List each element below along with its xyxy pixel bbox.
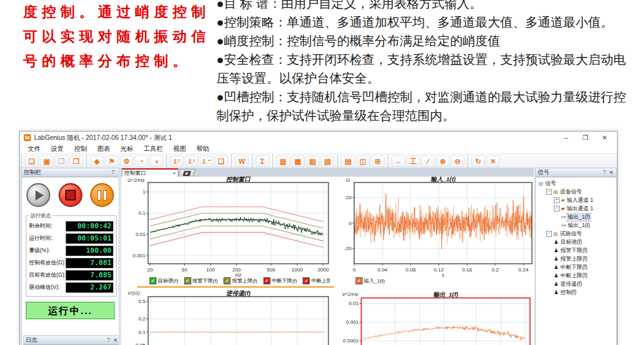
legend-checkbox-4[interactable]: ✓ (303, 277, 310, 284)
tree-expander-icon[interactable]: + (554, 197, 560, 203)
pin-icon[interactable]: ⊤ (106, 337, 112, 343)
red-text-line-0: 度控制。通过峭度控制 (23, 0, 219, 25)
tab-close-icon[interactable]: × (173, 170, 176, 176)
word-export-button[interactable]: W (235, 155, 249, 167)
svg-text:逆传递(f): 逆传递(f) (225, 290, 251, 297)
svg-text:V/(G): V/(G) (128, 290, 140, 296)
tree-expander-icon[interactable]: − (546, 189, 552, 195)
settings-gear-icon: ⚙ (124, 157, 130, 165)
menu-item-settings[interactable]: 设置 (46, 144, 69, 153)
run-status-label: 运行状态 (29, 212, 52, 219)
bar-graph-1-button[interactable]: ▥ (276, 155, 290, 167)
test-signal-icon: ♟ (554, 248, 558, 253)
tree-item-4[interactable]: ↦输出_1(f) (536, 213, 616, 221)
tree-item-9[interactable]: ♟报警上限(f) (536, 255, 616, 263)
tree-item-5[interactable]: ↦输出_1(t) (536, 221, 616, 230)
menu-item-chart[interactable]: 图表 (92, 144, 115, 153)
pin-icon[interactable]: ⊤ (110, 170, 117, 175)
settings-gear-button[interactable]: ⚙ (120, 155, 133, 167)
legend-item-0: ✓目标谱(f) (149, 277, 178, 284)
legend-checkbox-1[interactable]: ✓ (184, 277, 191, 284)
cursor-horizontal-button[interactable]: ↔ (392, 155, 405, 167)
tree-item-12[interactable]: ♟逆传递(f) (536, 280, 616, 288)
menu-item-control[interactable]: 控制 (69, 144, 92, 153)
menu-item-cursor[interactable]: 光标 (115, 144, 138, 153)
dial-button[interactable]: ◔ (135, 155, 148, 167)
new-file-button[interactable]: ❏ (25, 155, 39, 167)
tree-item-10[interactable]: ♟中断下限(f) (536, 263, 616, 271)
tree-item-13[interactable]: ♟控制(f) (536, 288, 616, 297)
l1-norm-icon: L¹ (188, 157, 194, 165)
tree-item-6[interactable]: −▦试验信号 (536, 230, 616, 238)
bar-graph-2-button[interactable]: ▦ (291, 155, 305, 167)
tab-snapshot[interactable] (178, 169, 196, 177)
menu-item-toolbars[interactable]: 工具栏 (138, 144, 168, 153)
screenshot-root: 度控制。通过峭度控制可以实现对随机振动信号的概率分布控制。 ●目 标 谱：由用户… (0, 0, 644, 345)
cascade-windows-button[interactable]: ❏ (214, 155, 228, 167)
test-signal-icon: ♟ (554, 281, 558, 287)
layout-dual-button[interactable]: ◫ (356, 155, 370, 167)
menu-item-file[interactable]: 文件 (23, 144, 46, 153)
cursor-vertical-icon: 工 (410, 157, 417, 165)
sigma-stats-button[interactable]: Σ (256, 155, 269, 167)
window-title: LabGenius 随机 - 2017-02-06 17.34.00* - 测试… (34, 133, 556, 143)
tree-item-7[interactable]: ♟目标谱(f) (536, 238, 616, 246)
tree-expander-icon[interactable]: − (554, 206, 560, 212)
pause-button[interactable] (90, 183, 114, 207)
menu-item-help[interactable]: 帮助 (191, 144, 214, 153)
status-field-3: 控制有效值(G):7.081 (29, 257, 113, 269)
export-button[interactable]: ❐ (70, 155, 83, 167)
close-button[interactable]: ✕ (595, 134, 614, 141)
refresh-button[interactable]: ↻ (471, 155, 485, 167)
fit-scale-button[interactable]: ✕ (486, 155, 500, 167)
tree-item-1[interactable]: −▦设备信号 (536, 188, 616, 196)
legend-checkbox-0[interactable]: ✓ (149, 277, 156, 284)
charts-canvas: 10.10.010.001205010020050010002000控制窗口G^… (121, 177, 534, 345)
tree-item-2[interactable]: +▰输入通道 1 (536, 196, 616, 204)
legend-checkbox-0[interactable]: ✓ (355, 277, 363, 284)
l1-norm-button[interactable]: L¹ (185, 155, 198, 167)
tree-expander-icon[interactable]: − (546, 231, 552, 237)
bar-graph-3-button[interactable]: ▨ (306, 155, 319, 167)
menu-item-view[interactable]: 视图 (168, 144, 191, 153)
minimize-button[interactable]: – (556, 134, 576, 141)
flag-button[interactable]: ⚑ (105, 155, 118, 167)
bullet-line-6: 制保护，保护试件试验量级在合理范围内。 (216, 106, 643, 125)
close-icon[interactable]: ✕ (112, 337, 118, 343)
tree-item-0[interactable]: ▤信号 (536, 179, 616, 188)
zoom-in-button[interactable]: ⊕ (436, 155, 450, 167)
clock-button[interactable]: ◑ (149, 155, 163, 167)
log-panel: 日志 ⊤ ✕ (23, 335, 121, 345)
l2-norm-button[interactable]: L² (170, 155, 184, 167)
l-minus-norm-button[interactable]: L⁻ (200, 155, 213, 167)
save-button[interactable]: ▣ (40, 155, 53, 167)
tree-item-label: 逆传递(f) (560, 281, 583, 288)
pin-icon[interactable]: ⊤ (601, 170, 608, 175)
tab-control-window[interactable]: 控制窗口 × (122, 168, 178, 177)
layout-single-button[interactable]: ▤ (341, 155, 355, 167)
cursor-vertical-button[interactable]: 工 (406, 155, 420, 167)
svg-text:0.001: 0.001 (133, 253, 146, 259)
signal-curve-icon: ↦ (562, 222, 566, 228)
bullet-line-3: ●安全检查：支持开闭环检查，支持系统增益设置，支持预试验最大启动电 (216, 50, 643, 69)
chart-svg-control-window: 10.10.010.001205010020050010002000控制窗口G^… (122, 177, 337, 290)
open-button[interactable]: ❒ (55, 155, 68, 167)
red-text-line-2: 号的概率分布控制。 (23, 49, 219, 74)
legend-checkbox-2[interactable]: ✓ (223, 277, 231, 284)
svg-text:0.01: 0.01 (348, 301, 359, 306)
legend-checkbox-3[interactable]: ✓ (263, 277, 270, 284)
zoom-out-button[interactable]: ⊖ (451, 155, 464, 167)
graph-edit-button[interactable]: ▧ (321, 155, 334, 167)
tree-item-label: 试验信号 (560, 230, 583, 238)
tree-item-8[interactable]: ♟报警下限(f) (536, 246, 616, 255)
cursor-slope-button[interactable]: ∕ (421, 155, 435, 167)
play-button[interactable] (26, 183, 50, 207)
restore-button[interactable]: ❐ (576, 134, 595, 141)
layout-quad-button[interactable]: ⊞ (371, 155, 384, 167)
close-icon[interactable]: ✕ (608, 170, 614, 175)
test-bag-button[interactable]: ◆ (90, 155, 104, 167)
test-signal-icon: ♟ (554, 273, 558, 279)
tree-item-3[interactable]: −▰输出通道 1 (536, 204, 616, 213)
stop-button[interactable] (59, 183, 82, 207)
tree-item-11[interactable]: ♟中断上限(f) (536, 271, 616, 280)
